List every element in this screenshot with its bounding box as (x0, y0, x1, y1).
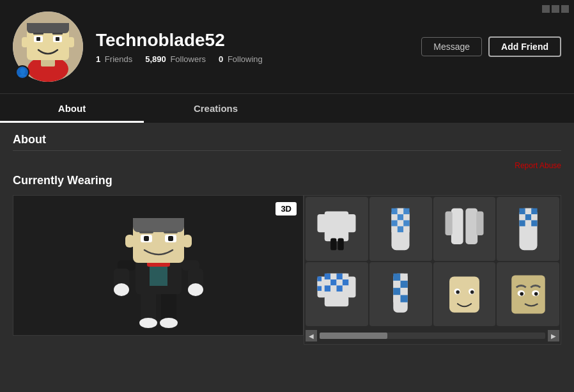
svg-point-17 (160, 318, 178, 328)
svg-rect-60 (445, 211, 452, 235)
svg-point-107 (520, 292, 524, 295)
stat-followers: 5,890 Followers (145, 54, 206, 64)
profile-actions: Message Add Friend (421, 36, 561, 57)
svg-rect-40 (325, 211, 349, 241)
item-cell-2[interactable] (369, 197, 432, 261)
profile-info: Technoblade52 1 Friends 5,890 Followers … (96, 30, 408, 64)
character-figure (13, 196, 303, 335)
scroll-track[interactable] (320, 333, 545, 339)
profile-header: 👤 Technoblade52 1 Friends 5,890 Follower… (0, 0, 574, 93)
svg-rect-74 (348, 276, 356, 297)
svg-point-27 (188, 283, 203, 296)
svg-point-26 (114, 283, 129, 296)
window-btn-1[interactable] (542, 5, 550, 13)
svg-rect-67 (525, 214, 531, 220)
svg-rect-52 (392, 220, 398, 226)
friends-label: Friends (105, 54, 132, 64)
3d-badge[interactable]: 3D (275, 202, 297, 216)
svg-rect-68 (531, 214, 537, 220)
window-controls (542, 5, 569, 13)
svg-rect-66 (519, 214, 525, 220)
svg-rect-76 (331, 273, 337, 279)
svg-rect-56 (398, 226, 403, 231)
svg-rect-75 (325, 273, 330, 279)
svg-rect-93 (393, 280, 400, 287)
svg-rect-98 (401, 295, 408, 302)
svg-rect-37 (164, 231, 178, 233)
svg-rect-70 (525, 220, 531, 226)
item-cell-3[interactable] (433, 197, 496, 261)
svg-rect-44 (338, 238, 344, 250)
scroll-left-arrow[interactable]: ◀ (306, 330, 317, 341)
svg-point-108 (534, 292, 538, 295)
about-divider (13, 150, 561, 151)
profile-stats: 1 Friends 5,890 Followers 0 Following (96, 54, 408, 64)
svg-rect-85 (337, 285, 343, 291)
svg-rect-65 (531, 208, 537, 214)
item-cell-8[interactable] (497, 262, 559, 326)
tabs-bar: About Creations (0, 93, 574, 123)
followers-label: Followers (170, 54, 206, 64)
svg-rect-9 (56, 37, 59, 41)
stat-friends: 1 Friends (96, 54, 132, 64)
message-button[interactable]: Message (421, 37, 482, 56)
currently-wearing-title: Currently Wearing (13, 174, 561, 187)
svg-rect-97 (393, 295, 400, 302)
following-label: Following (228, 54, 263, 64)
item-cell-1[interactable] (306, 197, 368, 261)
window-btn-3[interactable] (561, 5, 569, 13)
svg-rect-104 (511, 275, 545, 313)
svg-rect-36 (139, 231, 153, 233)
svg-rect-47 (398, 208, 403, 214)
svg-rect-35 (168, 236, 173, 241)
item-cell-6[interactable] (369, 262, 432, 326)
svg-rect-91 (393, 273, 400, 280)
item-cell-5[interactable] (306, 262, 368, 326)
items-grid-panel: ◀ ▶ (304, 195, 561, 345)
scroll-row: ◀ ▶ (304, 327, 561, 344)
svg-rect-34 (144, 236, 149, 241)
avatar-wrapper: 👤 (13, 12, 83, 82)
scroll-thumb[interactable] (320, 333, 387, 339)
svg-rect-84 (331, 285, 337, 291)
tab-creations[interactable]: Creations (144, 94, 288, 123)
svg-rect-12 (22, 37, 28, 47)
character-svg (107, 201, 210, 329)
add-friend-button[interactable]: Add Friend (488, 36, 561, 57)
svg-rect-48 (403, 208, 409, 214)
item-cell-4[interactable] (497, 197, 559, 261)
stat-following: 0 Following (219, 54, 263, 64)
tab-about[interactable]: About (0, 94, 144, 123)
svg-rect-11 (52, 33, 63, 35)
window-btn-2[interactable] (552, 5, 559, 13)
svg-rect-64 (525, 208, 531, 214)
about-title: About (13, 133, 561, 146)
svg-rect-83 (325, 285, 330, 291)
report-abuse-link[interactable]: Report Abuse (515, 161, 561, 170)
svg-point-103 (470, 290, 474, 294)
svg-rect-55 (392, 226, 398, 231)
profile-username: Technoblade52 (96, 30, 408, 51)
items-grid (304, 196, 561, 327)
avatar-badge-icon: 👤 (18, 68, 27, 77)
svg-rect-39 (183, 235, 192, 247)
svg-rect-57 (403, 226, 409, 231)
svg-point-102 (456, 290, 460, 294)
svg-rect-94 (401, 280, 408, 287)
svg-rect-59 (465, 208, 477, 244)
svg-rect-86 (343, 285, 348, 291)
svg-rect-71 (531, 220, 537, 226)
svg-rect-51 (403, 214, 409, 220)
avatar-badge: 👤 (15, 65, 29, 79)
wearing-container: 3D (13, 195, 561, 345)
followers-count: 5,890 (145, 54, 166, 64)
item-cell-7[interactable] (433, 262, 496, 326)
svg-rect-77 (337, 273, 343, 279)
svg-rect-82 (343, 279, 348, 285)
svg-rect-38 (125, 235, 134, 247)
svg-rect-50 (398, 214, 403, 220)
scroll-right-arrow[interactable]: ▶ (548, 330, 559, 341)
report-abuse-row: Report Abuse (13, 157, 561, 174)
content-area: About Report Abuse Currently Wearing 3D (0, 123, 574, 355)
svg-rect-89 (318, 286, 322, 291)
